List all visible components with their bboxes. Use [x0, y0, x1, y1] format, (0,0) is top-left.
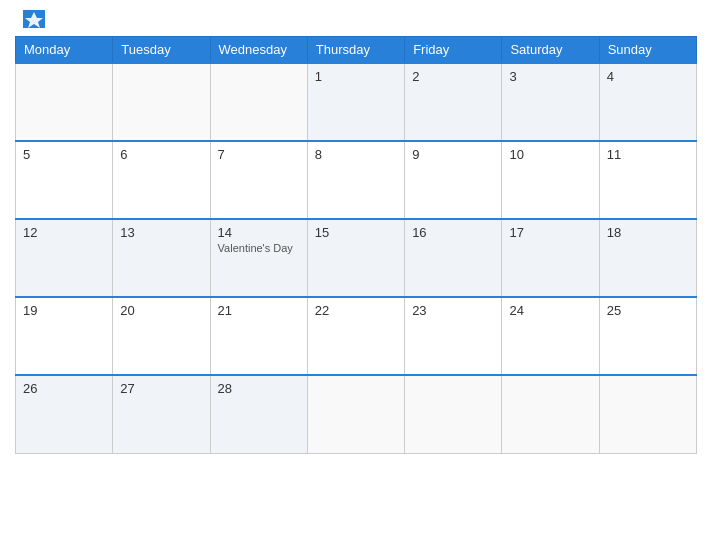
- calendar-cell: 26: [16, 375, 113, 453]
- day-number: 1: [315, 69, 397, 84]
- day-number: 7: [218, 147, 300, 162]
- weekday-header-thursday: Thursday: [307, 37, 404, 64]
- calendar-cell: 5: [16, 141, 113, 219]
- calendar-cell: 22: [307, 297, 404, 375]
- calendar-cell: 12: [16, 219, 113, 297]
- calendar-cell: 16: [405, 219, 502, 297]
- calendar-cell: 18: [599, 219, 696, 297]
- calendar-cell: 20: [113, 297, 210, 375]
- day-number: 26: [23, 381, 105, 396]
- weekday-header-wednesday: Wednesday: [210, 37, 307, 64]
- day-number: 13: [120, 225, 202, 240]
- calendar-cell: 8: [307, 141, 404, 219]
- week-row-3: 121314Valentine's Day15161718: [16, 219, 697, 297]
- calendar-cell: 21: [210, 297, 307, 375]
- day-number: 22: [315, 303, 397, 318]
- week-row-1: 1234: [16, 63, 697, 141]
- day-number: 20: [120, 303, 202, 318]
- calendar-cell: [113, 63, 210, 141]
- day-number: 4: [607, 69, 689, 84]
- day-number: 24: [509, 303, 591, 318]
- day-number: 11: [607, 147, 689, 162]
- calendar-cell: 27: [113, 375, 210, 453]
- day-number: 8: [315, 147, 397, 162]
- calendar-cell: [16, 63, 113, 141]
- weekday-header-sunday: Sunday: [599, 37, 696, 64]
- day-number: 21: [218, 303, 300, 318]
- event-label: Valentine's Day: [218, 242, 300, 254]
- day-number: 10: [509, 147, 591, 162]
- day-number: 17: [509, 225, 591, 240]
- day-number: 25: [607, 303, 689, 318]
- day-number: 9: [412, 147, 494, 162]
- calendar-cell: 23: [405, 297, 502, 375]
- calendar-cell: 19: [16, 297, 113, 375]
- calendar-cell: [210, 63, 307, 141]
- calendar-cell: 2: [405, 63, 502, 141]
- day-number: 12: [23, 225, 105, 240]
- weekday-header-tuesday: Tuesday: [113, 37, 210, 64]
- day-number: 3: [509, 69, 591, 84]
- day-number: 18: [607, 225, 689, 240]
- day-number: 15: [315, 225, 397, 240]
- calendar-cell: 14Valentine's Day: [210, 219, 307, 297]
- calendar-cell: 11: [599, 141, 696, 219]
- weekday-header-saturday: Saturday: [502, 37, 599, 64]
- weekday-header-monday: Monday: [16, 37, 113, 64]
- weekday-header-row: MondayTuesdayWednesdayThursdayFridaySatu…: [16, 37, 697, 64]
- calendar-cell: 7: [210, 141, 307, 219]
- day-number: 14: [218, 225, 300, 240]
- day-number: 5: [23, 147, 105, 162]
- calendar-cell: 10: [502, 141, 599, 219]
- calendar-cell: 17: [502, 219, 599, 297]
- calendar-cell: [502, 375, 599, 453]
- day-number: 28: [218, 381, 300, 396]
- calendar-cell: 28: [210, 375, 307, 453]
- week-row-4: 19202122232425: [16, 297, 697, 375]
- calendar-cell: 3: [502, 63, 599, 141]
- logo: [20, 10, 45, 28]
- calendar-cell: 4: [599, 63, 696, 141]
- calendar-cell: 9: [405, 141, 502, 219]
- day-number: 27: [120, 381, 202, 396]
- day-number: 19: [23, 303, 105, 318]
- calendar-cell: 13: [113, 219, 210, 297]
- calendar-cell: 24: [502, 297, 599, 375]
- calendar-cell: 25: [599, 297, 696, 375]
- calendar-cell: 1: [307, 63, 404, 141]
- calendar-cell: 15: [307, 219, 404, 297]
- day-number: 2: [412, 69, 494, 84]
- calendar-container: MondayTuesdayWednesdayThursdayFridaySatu…: [0, 0, 712, 550]
- calendar-cell: [307, 375, 404, 453]
- calendar-cell: 6: [113, 141, 210, 219]
- day-number: 6: [120, 147, 202, 162]
- logo-flag-icon: [23, 10, 45, 28]
- weekday-header-friday: Friday: [405, 37, 502, 64]
- calendar-table: MondayTuesdayWednesdayThursdayFridaySatu…: [15, 36, 697, 454]
- calendar-cell: [599, 375, 696, 453]
- week-row-2: 567891011: [16, 141, 697, 219]
- week-row-5: 262728: [16, 375, 697, 453]
- day-number: 16: [412, 225, 494, 240]
- day-number: 23: [412, 303, 494, 318]
- calendar-header: [15, 10, 697, 28]
- calendar-cell: [405, 375, 502, 453]
